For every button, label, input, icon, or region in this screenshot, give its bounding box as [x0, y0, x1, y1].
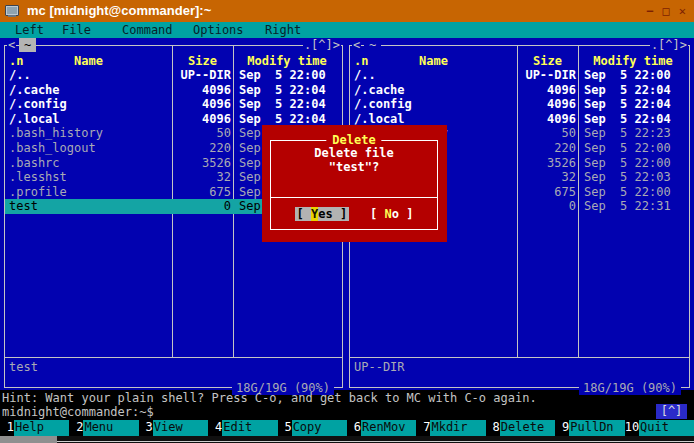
- column-headers: .n Name Size Modify time: [350, 54, 689, 68]
- column-header-name[interactable]: Name: [5, 54, 172, 68]
- no-button[interactable]: [ No ]: [370, 207, 413, 221]
- dialog-buttons: [ Yes ] [ No ]: [271, 197, 437, 229]
- mini-status: UP--DIR: [354, 360, 405, 374]
- column-header-mtime[interactable]: Modify time: [233, 54, 341, 68]
- panel-updir-corner[interactable]: .[^]>: [303, 38, 341, 52]
- maximize-icon[interactable]: □: [663, 4, 670, 18]
- column-header-size[interactable]: Size: [517, 54, 578, 68]
- panel-path-tab[interactable]: ~: [19, 38, 36, 52]
- menu-item-left[interactable]: Left: [15, 23, 44, 37]
- panel-updir-corner[interactable]: .[^]>: [650, 38, 688, 52]
- column-header-mtime[interactable]: Modify time: [578, 54, 688, 68]
- terminal-icon: [5, 4, 20, 18]
- fkey-menu[interactable]: 2Menu: [69, 420, 138, 436]
- minimize-icon[interactable]: −: [646, 4, 653, 18]
- file-row-cache[interactable]: /.cache4096Sep 5 22:04: [350, 83, 689, 98]
- file-row-[interactable]: /..UP--DIRSep 5 22:00: [350, 68, 689, 83]
- menu-item-file[interactable]: File: [62, 23, 91, 37]
- disk-usage: 18G/19G (90%): [579, 381, 681, 395]
- file-row-config[interactable]: /.config4096Sep 5 22:04: [5, 97, 342, 112]
- file-row-[interactable]: /..UP--DIRSep 5 22:00: [5, 68, 342, 83]
- fkey-mkdir[interactable]: 7Mkdir: [416, 420, 485, 436]
- delete-dialog: Delete Delete file "test"? [ Yes ] [ No …: [262, 125, 447, 242]
- file-row-cache[interactable]: /.cache4096Sep 5 22:04: [5, 83, 342, 98]
- dialog-title: Delete: [326, 133, 381, 147]
- scroll-up-indicator[interactable]: [^]: [656, 404, 687, 419]
- fkey-renmov[interactable]: 6RenMov: [347, 420, 416, 436]
- fkey-delete[interactable]: 8Delete: [486, 420, 555, 436]
- dialog-message-line1: Delete file: [271, 146, 437, 160]
- shell-prompt[interactable]: midnight@commander:~$: [2, 405, 154, 419]
- panel-back-arrow[interactable]: <: [352, 38, 361, 52]
- column-headers: .n Name Size Modify time: [5, 54, 342, 68]
- fkey-help[interactable]: 1Help: [0, 420, 69, 436]
- dialog-frame: Delete Delete file "test"? [ Yes ] [ No …: [270, 140, 438, 230]
- window-title: mc [midnight@commander]:~: [27, 4, 211, 18]
- window-title-bar[interactable]: mc [midnight@commander]:~ − □ ✕: [0, 0, 694, 22]
- bottom-scrollbar[interactable]: [0, 436, 694, 443]
- scrollbar-track-line: [57, 441, 694, 442]
- panel-back-arrow[interactable]: <: [7, 38, 16, 52]
- yes-button[interactable]: [ Yes ]: [295, 207, 350, 221]
- scrollbar-thumb[interactable]: [0, 436, 57, 443]
- close-icon[interactable]: ✕: [679, 4, 686, 18]
- fkey-quit[interactable]: 10Quit: [625, 420, 694, 436]
- function-key-bar: 1Help2Menu3View4Edit5Copy6RenMov7Mkdir8D…: [0, 420, 694, 436]
- column-header-size[interactable]: Size: [172, 54, 233, 68]
- file-row-config[interactable]: /.config4096Sep 5 22:04: [350, 97, 689, 112]
- dialog-message-line2: "test"?: [271, 160, 437, 174]
- mc-terminal-window: mc [midnight@commander]:~ − □ ✕ LeftFile…: [0, 0, 694, 443]
- menu-item-command[interactable]: Command: [122, 23, 173, 37]
- menu-item-right[interactable]: Right: [265, 23, 301, 37]
- mini-status: test: [9, 360, 38, 374]
- mini-status-divider: [5, 357, 342, 358]
- mini-status-divider: [350, 357, 689, 358]
- mc-main-area: < ~ .[^]> .n Name Size Modify time /..UP…: [0, 38, 694, 390]
- column-header-name[interactable]: Name: [350, 54, 517, 68]
- fkey-copy[interactable]: 5Copy: [278, 420, 347, 436]
- menu-item-options[interactable]: Options: [193, 23, 244, 37]
- fkey-pulldn[interactable]: 9PullDn: [555, 420, 624, 436]
- fkey-view[interactable]: 3View: [139, 420, 208, 436]
- panel-path-tab[interactable]: ~: [364, 38, 381, 52]
- hint-line: Hint: Want your plain shell? Press C-o, …: [2, 391, 537, 405]
- fkey-edit[interactable]: 4Edit: [208, 420, 277, 436]
- menu-bar: LeftFileCommandOptionsRight: [0, 22, 694, 38]
